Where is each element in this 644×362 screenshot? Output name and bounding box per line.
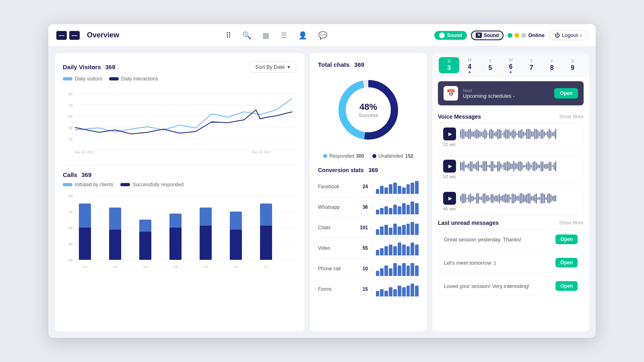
calendar-day[interactable]: F 8 bbox=[542, 59, 562, 72]
message-open-button[interactable]: Open bbox=[555, 281, 578, 291]
svg-rect-34 bbox=[230, 230, 242, 260]
left-panel: Daily Visitors 369 Sort By Date ▾ Daily … bbox=[55, 53, 304, 331]
logo-block-1 bbox=[56, 31, 67, 40]
wave-bar bbox=[524, 195, 526, 202]
voice-messages-list: ▶ 22 sec ▶ 52 sec ▶ 45 sec bbox=[438, 123, 584, 216]
sound-toggle-border[interactable]: ✕ Sound bbox=[471, 31, 504, 40]
wave-bar bbox=[547, 164, 548, 169]
voice-duration: 22 sec bbox=[443, 142, 578, 147]
wave-bar bbox=[462, 129, 463, 139]
conv-bar bbox=[380, 226, 384, 235]
conv-bar bbox=[407, 224, 410, 235]
wave-bar bbox=[529, 129, 530, 139]
wave-bar bbox=[492, 161, 493, 171]
calendar-day[interactable]: S 9 bbox=[562, 59, 583, 72]
line-chart-svg: 90 70 50 30 10 Nov 10, 2017 Dec 10, 2017 bbox=[63, 86, 296, 158]
wave-bar bbox=[495, 131, 497, 137]
conv-bar bbox=[402, 245, 406, 255]
wave-bar bbox=[481, 132, 482, 136]
wave-bar bbox=[504, 194, 505, 202]
calls-count: 369 bbox=[81, 171, 91, 178]
wave-bar bbox=[500, 196, 502, 201]
conversion-row: Phone call 10 | bbox=[318, 259, 419, 279]
cal-day-dot bbox=[469, 71, 471, 73]
wave-bar bbox=[521, 129, 522, 139]
calendar-day[interactable]: T 5 bbox=[480, 59, 500, 72]
play-button[interactable]: ▶ bbox=[443, 128, 456, 140]
svg-rect-26 bbox=[109, 230, 121, 260]
wave-bar bbox=[483, 193, 484, 203]
conv-bar bbox=[389, 268, 392, 276]
wave-bar bbox=[537, 197, 539, 200]
schedule-open-button[interactable]: Open bbox=[554, 88, 578, 99]
nav-grid-icon[interactable]: ⠿ bbox=[226, 31, 231, 40]
dot-yellow bbox=[514, 33, 519, 38]
logout-button[interactable]: ⏻ Logout › bbox=[549, 30, 588, 40]
unattended-dot bbox=[372, 154, 376, 158]
sort-by-date-button[interactable]: Sort By Date ▾ bbox=[249, 61, 296, 73]
wave-bar bbox=[497, 161, 498, 171]
wave-bar bbox=[481, 196, 482, 200]
message-open-button[interactable]: Open bbox=[555, 258, 578, 267]
nav-table-icon[interactable]: ▦ bbox=[262, 31, 269, 40]
donut-container: 48% Success Responded 300 Unattended bbox=[318, 70, 419, 159]
conv-bar bbox=[398, 206, 401, 214]
conv-num: 55 bbox=[353, 245, 368, 251]
donut-center: 48% Success bbox=[358, 102, 378, 118]
conv-bar bbox=[376, 291, 380, 296]
wave-bar bbox=[497, 129, 498, 139]
nav-search-icon[interactable]: 🔍 bbox=[242, 31, 251, 40]
dot-green bbox=[508, 33, 512, 38]
svg-text:10: 10 bbox=[68, 137, 72, 141]
wave-bar bbox=[541, 130, 542, 139]
wave-bar bbox=[555, 161, 556, 171]
wave-bar bbox=[518, 131, 519, 138]
conv-bars bbox=[376, 282, 419, 296]
main-content: Daily Visitors 369 Sort By Date ▾ Daily … bbox=[48, 47, 596, 338]
voice-show-more[interactable]: Show More bbox=[559, 114, 584, 119]
calendar-day[interactable]: S 3 bbox=[439, 57, 459, 73]
unread-show-more[interactable]: Show More bbox=[559, 220, 584, 226]
wave-bar bbox=[489, 130, 490, 138]
sound-toggle-green[interactable]: Sound bbox=[434, 31, 467, 40]
calendar-day[interactable]: M 4 bbox=[459, 58, 480, 73]
conv-bar bbox=[411, 284, 414, 296]
voice-duration: 52 sec bbox=[443, 174, 578, 179]
wave-bar bbox=[465, 131, 466, 137]
wave-bar bbox=[534, 194, 535, 202]
wave-bar bbox=[528, 193, 529, 204]
calendar-days: S 3 M 4 T 5 W 6 T 7 F 8 S 9 bbox=[439, 57, 583, 73]
voice-message-card: ▶ 22 sec bbox=[438, 123, 584, 151]
daily-visitors-section: Daily Visitors 369 Sort By Date ▾ Daily … bbox=[63, 61, 296, 165]
calendar-day[interactable]: T 7 bbox=[521, 59, 542, 72]
nav-chat-icon[interactable]: 💬 bbox=[318, 31, 327, 40]
play-button[interactable]: ▶ bbox=[443, 160, 456, 173]
conv-bar bbox=[376, 189, 380, 194]
calls-title: Calls bbox=[63, 171, 77, 178]
wave-bar bbox=[478, 193, 479, 204]
wave-bar bbox=[473, 164, 474, 169]
wave-bar bbox=[494, 164, 495, 168]
wave-bar bbox=[489, 197, 490, 200]
calls-title-group: Calls 369 bbox=[63, 171, 91, 179]
schedule-bar: 📅 Next Upcoming schedules - Open bbox=[438, 81, 584, 105]
unattended-legend: Unattended 152 bbox=[372, 153, 413, 159]
svg-text:30: 30 bbox=[68, 126, 72, 130]
nav-list-icon[interactable]: ☰ bbox=[281, 31, 287, 40]
message-open-button[interactable]: Open bbox=[555, 234, 578, 244]
wave-bar bbox=[486, 161, 487, 171]
wave-bar bbox=[483, 161, 484, 171]
wave-bar bbox=[545, 163, 547, 169]
conv-bar bbox=[402, 263, 406, 276]
wave-bar bbox=[544, 132, 545, 137]
wave-bar bbox=[508, 194, 510, 203]
play-button[interactable]: ▶ bbox=[443, 192, 456, 205]
donut-wrapper: 48% Success bbox=[332, 74, 405, 146]
conv-bar bbox=[380, 186, 384, 194]
wave-bar bbox=[523, 165, 524, 168]
wave-bar bbox=[502, 165, 503, 167]
nav-user-icon[interactable]: 👤 bbox=[298, 31, 307, 40]
svg-text:30: 30 bbox=[68, 242, 72, 246]
calendar-day[interactable]: W 6 bbox=[500, 58, 521, 73]
wave-bar bbox=[460, 130, 461, 138]
